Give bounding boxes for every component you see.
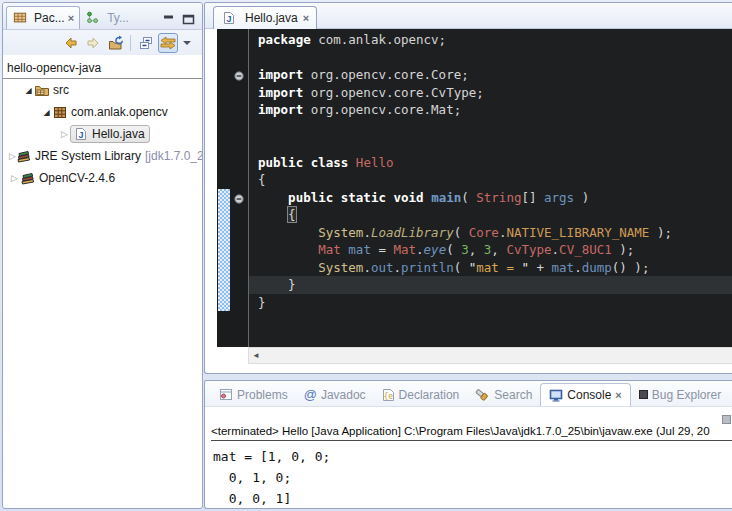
close-icon[interactable]: × — [303, 13, 309, 24]
console-output-line: 0, 0, 1] — [213, 488, 330, 509]
code-line: System.out.println( "mat = " + mat.dump(… — [258, 259, 732, 277]
annotation-ruler[interactable] — [217, 29, 231, 347]
back-button[interactable] — [61, 33, 81, 53]
selected-tree-item[interactable]: JHello.java — [70, 125, 150, 143]
code-line: package com.anlak.opencv; — [258, 31, 732, 49]
src-folder-icon — [34, 83, 50, 97]
type-hierarchy-icon — [85, 11, 101, 25]
fold-collapse-icon[interactable] — [234, 193, 244, 203]
toolbar-separator — [130, 35, 131, 51]
expand-arrow-icon[interactable]: ▷ — [59, 129, 70, 139]
tree-item-label: Hello.java — [92, 127, 145, 141]
code-line: public static void main( String[] args ) — [258, 189, 732, 207]
javadoc-icon: @ — [304, 387, 317, 402]
code-line — [258, 119, 732, 137]
tab-search[interactable]: Search — [467, 383, 540, 406]
tab-problems[interactable]: Problems — [211, 383, 296, 406]
tree-item-opencv-2-4-6[interactable]: ▷OpenCV-2.4.6 — [3, 167, 202, 189]
library-icon — [20, 171, 36, 185]
project-tree: hello-opencv-java ◢src◢com.anlak.opencv▷… — [3, 55, 202, 189]
collapse-arrow-icon[interactable]: ◢ — [23, 86, 34, 95]
code-line: public class Hello — [258, 154, 732, 172]
library-icon — [16, 149, 32, 163]
console-output-line: mat = [1, 0, 0; — [213, 446, 330, 467]
java-file-icon: J — [221, 11, 237, 25]
code-line — [258, 49, 732, 67]
tab-bug-explorer[interactable]: Bug Explorer — [631, 383, 729, 406]
fold-collapse-icon[interactable] — [234, 70, 244, 80]
declaration-icon: {e — [382, 388, 395, 402]
svg-text:J: J — [226, 14, 231, 24]
code-line: Mat mat = Mat.eye( 3, 3, CvType.CV_8UC1 … — [258, 241, 732, 259]
collapse-all-button[interactable] — [136, 33, 156, 53]
code-line: import org.opencv.core.Core; — [258, 66, 732, 84]
tab-console[interactable]: Console× — [540, 383, 630, 406]
code-line: import org.opencv.core.CvType; — [258, 84, 732, 102]
svg-text:{e: {e — [383, 391, 393, 400]
package-explorer-toolbar — [3, 30, 202, 55]
console-output-line: 0, 1, 0; — [213, 467, 330, 488]
tab-javadoc[interactable]: @Javadoc — [296, 383, 374, 406]
code-line: } — [258, 276, 732, 294]
folding-ruler[interactable] — [231, 29, 248, 347]
code-line: { — [258, 171, 732, 189]
minimize-button[interactable] — [163, 14, 176, 25]
tree-item-src[interactable]: ◢src — [3, 79, 202, 101]
code-line: import org.opencv.core.Mat; — [258, 101, 732, 119]
console-icon — [549, 389, 563, 402]
tree-item-project[interactable]: hello-opencv-java — [3, 59, 202, 78]
horizontal-scrollbar[interactable]: ◄ — [248, 347, 732, 364]
range-indicator — [218, 189, 230, 312]
tree-item-com-anlak-opencv[interactable]: ◢com.anlak.opencv — [3, 101, 202, 123]
left-view-tabbar: Pac... × Ty... — [3, 3, 202, 30]
package-explorer-view: Pac... × Ty... hello-opencv-java ◢src◢co… — [2, 2, 203, 509]
maximize-button[interactable] — [182, 14, 195, 25]
package-icon — [52, 106, 68, 119]
code-line — [258, 136, 732, 154]
package-explorer-icon — [12, 11, 28, 25]
scroll-left-icon[interactable]: ◄ — [249, 351, 260, 360]
editor-tabbar: J Hello.java × — [205, 3, 732, 29]
code-line: System.LoadLibrary( Core.NATIVE_LIBRARY_… — [258, 224, 732, 242]
go-into-button[interactable] — [105, 33, 125, 53]
search-icon — [475, 388, 490, 402]
editor-tab-label: Hello.java — [245, 11, 298, 25]
tree-item-jre-system-library[interactable]: ▷JRE System Library[jdk1.7.0_25] — [3, 145, 202, 167]
bottom-view-tabbar: Problems@Javadoc{eDeclarationSearchConso… — [205, 381, 732, 407]
tab-label: Pac... — [34, 11, 65, 25]
console-view: Problems@Javadoc{eDeclarationSearchConso… — [204, 380, 732, 509]
tree-item-label: src — [53, 83, 69, 97]
close-icon[interactable]: × — [615, 390, 621, 401]
close-icon[interactable]: × — [68, 13, 74, 24]
tree-item-qualifier: [jdk1.7.0_25] — [145, 149, 203, 163]
tree-item-label: JRE System Library — [35, 149, 141, 163]
code-area[interactable]: package com.anlak.opencv;import org.open… — [248, 29, 732, 347]
expand-arrow-icon[interactable]: ▷ — [9, 151, 16, 161]
console-toolbar-button[interactable] — [722, 415, 731, 424]
collapse-arrow-icon[interactable]: ◢ — [41, 108, 52, 117]
tab-package-explorer[interactable]: Pac... × — [6, 6, 80, 29]
view-menu-button[interactable] — [180, 33, 194, 53]
editor-body: package com.anlak.opencv;import org.open… — [205, 29, 732, 347]
code-line: } — [258, 294, 732, 312]
eclipse-window: { "left_panel": { "tabs": [ { "label": "… — [0, 0, 732, 511]
svg-text:J: J — [78, 130, 83, 140]
tree-item-label: com.anlak.opencv — [71, 105, 168, 119]
tree-item-hello-java[interactable]: ▷JHello.java — [3, 123, 202, 145]
problems-icon — [219, 388, 233, 401]
tab-label: Ty... — [107, 11, 129, 25]
tab-label: Problems — [237, 388, 288, 402]
tab-type-hierarchy[interactable]: Ty... — [80, 6, 134, 29]
view-window-buttons — [163, 14, 199, 29]
link-with-editor-button[interactable] — [158, 33, 178, 53]
tab-declaration[interactable]: {eDeclaration — [374, 383, 468, 406]
tab-label: Search — [494, 388, 532, 402]
tab-hello-java[interactable]: J Hello.java × — [213, 6, 317, 29]
tab-label: Declaration — [399, 388, 460, 402]
console-output[interactable]: mat = [1, 0, 0; 0, 1, 0; 0, 0, 1] — [213, 446, 330, 509]
console-process-info: <terminated> Hello [Java Application] C:… — [211, 425, 732, 441]
expand-arrow-icon[interactable]: ▷ — [9, 173, 20, 183]
code-line: { — [258, 206, 732, 224]
forward-button[interactable] — [83, 33, 103, 53]
java-editor: J Hello.java × package com.anlak.opencv;… — [204, 2, 732, 374]
